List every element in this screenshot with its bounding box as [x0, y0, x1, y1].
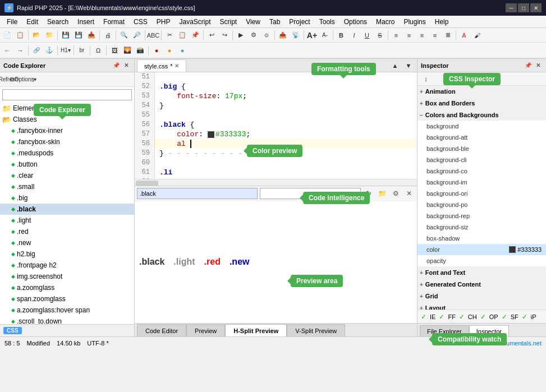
line-content[interactable] [155, 110, 417, 120]
line-content[interactable]: } - - - - - - - - - - - - [155, 149, 417, 158]
align-center-btn[interactable]: ≡ [403, 29, 415, 41]
save2-btn[interactable]: 💾 [72, 29, 85, 41]
line-content[interactable]: color: #333333; [155, 130, 417, 139]
section-font-header[interactable]: + Font and Text [417, 267, 546, 278]
tab-inspector[interactable]: Inspector [469, 325, 509, 336]
class-new[interactable]: ◆ .new [0, 237, 134, 248]
run-btn[interactable]: ▶ [235, 29, 247, 41]
website-link[interactable]: blumentals.net [501, 340, 542, 347]
insp-row-bg-cli[interactable]: background-cli [417, 154, 546, 165]
generate-dropdown[interactable] [260, 188, 361, 199]
section-grid-header[interactable]: + Grid [417, 290, 546, 302]
sort-icon[interactable]: ↕ [31, 76, 35, 84]
options-button[interactable]: ⚙ Options▾ [17, 73, 29, 86]
section-layout-header[interactable]: + Layout [417, 302, 546, 310]
class-scroll-down[interactable]: ◆ .scroll_to.down [0, 316, 134, 324]
class-light[interactable]: ◆ .light [0, 215, 134, 226]
insp-row-bg-siz[interactable]: background-siz [417, 222, 546, 233]
insp-row-box-shadow[interactable]: box-shadow [417, 233, 546, 244]
class-small[interactable]: ◆ .small [0, 181, 134, 192]
menu-edit[interactable]: Edit [22, 16, 43, 28]
pub-btn[interactable]: 📤 [277, 29, 289, 41]
tab-v-split-preview[interactable]: V-Split Preview [287, 324, 345, 336]
color2-btn[interactable]: ● [150, 44, 163, 57]
insp-row-bg-ble[interactable]: background-ble [417, 143, 546, 154]
explorer-search-input[interactable] [2, 89, 132, 100]
section-animation-header[interactable]: + Animation [417, 86, 546, 97]
preview-black[interactable]: .black [139, 257, 164, 267]
close-insp-icon[interactable]: ✕ [534, 61, 543, 70]
paste-btn[interactable]: 📌 [189, 29, 201, 41]
line-content[interactable]: .black { [155, 120, 417, 130]
insp-row-bg-att[interactable]: background-att [417, 132, 546, 143]
class-red[interactable]: ◆ .red [0, 226, 134, 237]
pin-icon[interactable]: 📌 [112, 61, 121, 70]
anchor-btn[interactable]: ⚓ [43, 44, 56, 57]
class-button[interactable]: ◆ .button [0, 159, 134, 170]
maximize-button[interactable]: □ [518, 3, 529, 12]
class-big[interactable]: ◆ .big [0, 192, 134, 204]
line-content[interactable]: .big { [155, 82, 417, 91]
back-btn[interactable]: ← [1, 44, 13, 57]
section-generated-header[interactable]: + Generated Content [417, 279, 546, 290]
font-size-up[interactable]: A+ [306, 29, 318, 41]
redo-btn[interactable]: ↪ [218, 29, 231, 41]
line-content[interactable] [155, 158, 417, 168]
print-btn[interactable]: 🖨 [102, 29, 114, 41]
class-span-zoomglass[interactable]: ◆ span.zoomglass [0, 293, 134, 305]
class-zoomglass[interactable]: ◆ a.zoomglass [0, 282, 134, 293]
tree-elements[interactable]: 📁 Elements [0, 103, 134, 114]
class-h2big[interactable]: ◆ h2.big [0, 248, 134, 260]
insp-row-bg-im[interactable]: background-im [417, 177, 546, 188]
insp-row-background[interactable]: background [417, 121, 546, 132]
img-btn[interactable]: 🖼 [108, 44, 121, 57]
insp-row-bg-ori[interactable]: background-ori [417, 188, 546, 199]
line-content[interactable]: font-size: 17px; [155, 91, 417, 101]
menu-tools[interactable]: Tools [315, 16, 339, 28]
special-btn[interactable]: Ω [92, 44, 104, 57]
bold-btn[interactable]: B [335, 29, 347, 41]
insp-row-opacity[interactable]: opacity [417, 255, 546, 266]
generate-input[interactable] [137, 188, 258, 199]
preview-light[interactable]: .light [173, 257, 195, 267]
close-gen-icon[interactable]: ✕ [403, 188, 415, 199]
menu-javascript[interactable]: JavaScript [175, 16, 215, 28]
color-btn[interactable]: A [458, 29, 470, 41]
align-left-btn[interactable]: ≡ [390, 29, 402, 41]
list-btn[interactable]: ≣ [442, 29, 454, 41]
underline-btn[interactable]: U [361, 29, 373, 41]
tab-preview[interactable]: Preview [186, 324, 225, 336]
find2-btn[interactable]: 🔎 [131, 29, 143, 41]
menu-format[interactable]: Format [99, 16, 129, 28]
link-btn[interactable]: 🔗 [30, 44, 43, 57]
preview-red[interactable]: .red [204, 257, 221, 267]
menu-script[interactable]: Script [215, 16, 242, 28]
class-hover-span[interactable]: ◆ a.zoomglass:hover span [0, 305, 134, 316]
save-btn[interactable]: 💾 [59, 29, 72, 41]
menu-search[interactable]: Search [43, 16, 73, 28]
line-content[interactable]: .li [155, 168, 417, 177]
insp-row-bg-po[interactable]: background-po [417, 199, 546, 210]
class-frontpage-h2[interactable]: ◆ .frontpage h2 [0, 260, 134, 271]
align-just-btn[interactable]: ≡ [429, 29, 441, 41]
style-css-tab[interactable]: style.css * ✕ [137, 59, 186, 72]
cut-btn[interactable]: ✂ [163, 29, 176, 41]
open-btn[interactable]: 📂 [30, 29, 43, 41]
color3-btn[interactable]: ● [163, 44, 176, 57]
insp-row-color[interactable]: color #333333 [417, 244, 546, 255]
new2-btn[interactable]: 📋 [14, 29, 26, 41]
insp-row-bg-rep[interactable]: background-rep [417, 210, 546, 222]
new-btn[interactable]: 📄 [1, 29, 13, 41]
refresh-gen-icon[interactable]: ↻ [363, 188, 374, 199]
menu-help[interactable]: Help [430, 16, 453, 28]
img3-btn[interactable]: 📸 [134, 44, 146, 57]
menu-css[interactable]: CSS [129, 16, 152, 28]
insp-row-bg-co[interactable]: background-co [417, 165, 546, 177]
scroll-up-btn[interactable]: ▲ [389, 59, 401, 72]
fwd-btn[interactable]: → [14, 44, 26, 57]
menu-view[interactable]: View [241, 16, 265, 28]
close-button[interactable]: ✕ [530, 3, 542, 12]
save3-btn[interactable]: 📥 [85, 29, 98, 41]
class-black[interactable]: ◆ .black [0, 204, 134, 215]
tab-code-editor[interactable]: Code Editor [137, 324, 186, 336]
